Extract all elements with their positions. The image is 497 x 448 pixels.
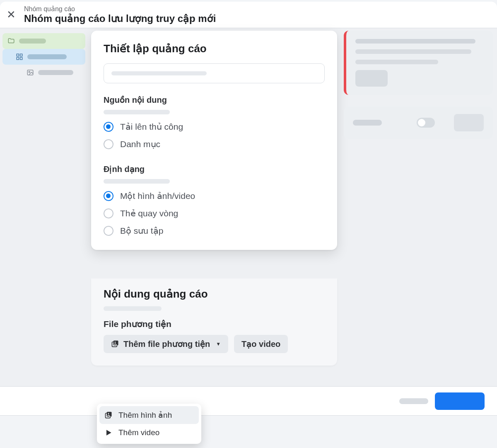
placeholder-line: [355, 49, 471, 54]
image-stack-icon: [111, 340, 119, 348]
placeholder-button[interactable]: [454, 114, 484, 131]
footer-bar: [0, 386, 497, 415]
radio-icon: [104, 122, 113, 132]
radio-manual-upload[interactable]: Tải lên thủ công: [104, 122, 325, 132]
placeholder-line: [111, 71, 207, 75]
radio-carousel[interactable]: Thẻ quay vòng: [104, 208, 325, 218]
breadcrumb: Nhóm quảng cáo: [24, 5, 216, 13]
svg-rect-0: [17, 54, 19, 56]
dropdown-item-add-video[interactable]: Thêm video: [99, 424, 199, 441]
svg-point-8: [115, 342, 116, 343]
placeholder-line: [355, 60, 438, 64]
add-media-button[interactable]: Thêm file phương tiện ▼: [104, 335, 228, 353]
modal-header: ✕ Nhóm quảng cáo Nhóm quảng cáo lưu lượn…: [0, 2, 497, 28]
radio-label: Tải lên thủ công: [120, 122, 183, 132]
section-subtext-placeholder: [104, 110, 170, 114]
create-video-button[interactable]: Tạo video: [234, 335, 288, 353]
nav-label-placeholder: [38, 70, 73, 75]
nav-item-ad[interactable]: [2, 65, 85, 80]
preview-panel: [344, 31, 493, 139]
placeholder-line: [353, 120, 382, 126]
nav-tree: [2, 33, 85, 80]
svg-rect-3: [20, 58, 22, 60]
media-section-label: File phương tiện: [104, 319, 325, 329]
svg-point-11: [108, 413, 109, 414]
play-icon: [104, 429, 113, 437]
preview-error-card: [344, 31, 493, 95]
dropdown-item-add-image[interactable]: Thêm hình ảnh: [99, 406, 199, 424]
content-title: Nội dung quảng cáo: [104, 288, 325, 300]
source-section-label: Nguồn nội dung: [104, 95, 325, 105]
nav-item-campaign[interactable]: [2, 33, 85, 49]
image-icon: [27, 69, 34, 76]
page-title: Nhóm quảng cáo lưu lượng truy cập mới: [24, 13, 216, 24]
add-media-dropdown: Thêm hình ảnh Thêm video: [97, 404, 201, 444]
ad-setup-card: Thiết lập quảng cáo Nguồn nội dung Tải l…: [91, 31, 337, 250]
button-label: Thêm file phương tiện: [123, 339, 210, 349]
radio-collection[interactable]: Bộ sưu tập: [104, 226, 325, 236]
format-section-label: Định dạng: [104, 164, 325, 174]
radio-single-media[interactable]: Một hình ảnh/video: [104, 191, 325, 201]
radio-catalog[interactable]: Danh mục: [104, 139, 325, 149]
button-label: Tạo video: [241, 339, 280, 349]
section-subtext-placeholder: [104, 306, 162, 311]
radio-label: Danh mục: [120, 139, 160, 149]
section-subtext-placeholder: [104, 179, 170, 184]
radio-icon: [104, 226, 113, 236]
ad-name-input[interactable]: [104, 63, 325, 83]
radio-label: Thẻ quay vòng: [120, 208, 178, 218]
ad-content-card: Nội dung quảng cáo File phương tiện Thêm…: [91, 278, 337, 366]
placeholder-line: [355, 39, 475, 44]
radio-label: Bộ sưu tập: [120, 226, 163, 236]
radio-icon: [104, 139, 113, 149]
dropdown-label: Thêm hình ảnh: [118, 410, 172, 420]
grid-icon: [16, 53, 23, 61]
svg-rect-1: [20, 54, 22, 56]
nav-item-adset[interactable]: [2, 49, 85, 65]
media-buttons: Thêm file phương tiện ▼ Tạo video: [104, 335, 325, 353]
placeholder-button[interactable]: [355, 70, 388, 87]
chevron-down-icon: ▼: [216, 341, 221, 347]
radio-icon: [104, 208, 113, 218]
folder-icon: [7, 37, 15, 45]
footer-primary-button[interactable]: [435, 392, 485, 410]
preview-toggle[interactable]: [417, 118, 435, 128]
footer-secondary-placeholder[interactable]: [399, 398, 428, 404]
preview-toggle-card: [344, 107, 493, 139]
nav-label-placeholder: [19, 39, 46, 44]
body-area: Thiết lập quảng cáo Nguồn nội dung Tải l…: [0, 28, 497, 416]
dropdown-label: Thêm video: [118, 428, 159, 437]
setup-title: Thiết lập quảng cáo: [104, 42, 325, 55]
radio-icon: [104, 191, 113, 201]
close-icon[interactable]: ✕: [7, 8, 16, 21]
svg-rect-2: [17, 58, 19, 60]
image-stack-icon: [104, 411, 113, 419]
nav-label-placeholder: [27, 54, 67, 59]
radio-label: Một hình ảnh/video: [120, 191, 195, 201]
svg-point-5: [29, 71, 30, 73]
header-titles: Nhóm quảng cáo Nhóm quảng cáo lưu lượng …: [24, 5, 216, 24]
